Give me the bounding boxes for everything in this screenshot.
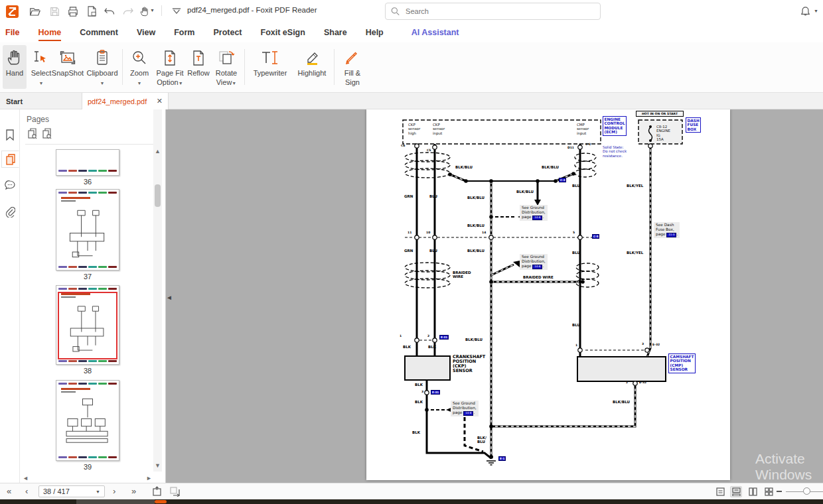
diagram-label: 1 (575, 344, 577, 347)
taskbar-app-indicator (155, 500, 167, 503)
page-thumbnail-37[interactable] (56, 189, 119, 271)
sidebar-collapse-handle[interactable]: ◄ (166, 292, 173, 304)
single-page-view-icon[interactable] (714, 486, 726, 497)
select-button[interactable]: Select▼ (29, 45, 54, 89)
windows-taskbar-sliver[interactable] (0, 499, 823, 504)
diagram-page-link-chip[interactable]: 14-8 (532, 216, 542, 220)
rotate-view-button[interactable]: RotateView▼ (212, 45, 241, 89)
redo-icon[interactable] (121, 5, 135, 18)
page-thumbnail-tool-icon-2[interactable] (42, 128, 54, 140)
previous-view-icon[interactable] (151, 486, 163, 499)
thumbnail-scrollbar-thumb[interactable] (155, 184, 161, 207)
diagram-label: BLU (572, 184, 580, 188)
zoom-out-button[interactable] (777, 491, 782, 492)
hscroll-right-icon[interactable]: ► (146, 475, 152, 481)
diagram-page-link-chip[interactable]: 14-8 (532, 265, 542, 269)
diagram-page-link-chip[interactable]: E-31 (431, 390, 440, 395)
page-number-field[interactable]: 38 / 417 ▼ (38, 485, 105, 497)
facing-view-icon[interactable] (747, 486, 759, 497)
menu-item-help[interactable]: Help (366, 28, 384, 37)
tab-start[interactable]: Start (0, 93, 82, 109)
continuous-view-icon[interactable] (730, 486, 742, 497)
bell-caret[interactable]: ▼ (814, 9, 818, 13)
diagram-page-link-chip[interactable]: E-31 (439, 335, 449, 340)
page-thumbnail-tool-icon[interactable] (28, 128, 40, 140)
menu-item-protect[interactable]: Protect (213, 28, 242, 37)
search-box[interactable] (385, 3, 601, 20)
hand-tool-quick-icon[interactable] (138, 5, 151, 18)
next-page-button[interactable]: › (113, 486, 115, 496)
thumbnail-scrollbar-track[interactable] (153, 109, 162, 472)
diagram-label: BLK/BLU (467, 196, 485, 200)
zoom-button[interactable]: Zoom▼ (127, 45, 152, 89)
undo-icon[interactable] (103, 5, 116, 18)
diagram-label: C8-12 ENGINE IG 15A (656, 125, 670, 141)
menu-item-comment[interactable]: Comment (80, 28, 118, 37)
reflow-button[interactable]: Reflow (184, 45, 213, 89)
hand-button[interactable]: Hand (3, 45, 27, 89)
ribbon-divider (334, 49, 335, 85)
print-current-page-icon[interactable] (85, 5, 98, 18)
next-view-icon[interactable] (169, 486, 181, 499)
menu-item-share[interactable]: Share (324, 28, 347, 37)
pages-panel-icon[interactable] (1, 151, 19, 168)
hand-tool-caret[interactable]: ▼ (150, 8, 155, 13)
previous-page-button[interactable]: ‹ (25, 486, 28, 496)
collapse-toolbar-icon[interactable] (170, 5, 183, 18)
page-thumbnail-number: 38 (56, 367, 119, 375)
diagram-label: DASH FUSE BOX (686, 117, 701, 133)
last-page-button[interactable]: » (131, 486, 136, 496)
fill-sign-button[interactable]: Fill &Sign (338, 45, 366, 89)
pdf-page[interactable]: CKP sensor highCKP sensor inputCMP senso… (366, 109, 730, 480)
search-input[interactable] (404, 7, 595, 16)
snapshot-button[interactable]: SnapShot (51, 45, 84, 89)
menu-item-view[interactable]: View (137, 28, 155, 37)
menu-item-ai-assistant[interactable]: AI Assistant (412, 28, 459, 37)
diagram-label: BLK (428, 345, 436, 349)
menu-item-form[interactable]: Form (174, 28, 194, 37)
diagram-page-link-chip[interactable]: C-3 (559, 178, 566, 182)
menu-item-foxit-esign[interactable]: Foxit eSign (261, 28, 305, 37)
page-thumbnail-38[interactable] (56, 285, 119, 365)
facing-continuous-view-icon[interactable] (763, 486, 775, 497)
scroll-down-icon[interactable]: ▼ (155, 462, 161, 469)
thumbnail-diagram-art (58, 202, 117, 265)
diagram-page-link-chip[interactable]: C-5 (592, 234, 599, 239)
diagram-label: BLK/BLU (467, 223, 485, 227)
tab-close-icon[interactable]: ✕ (157, 97, 163, 105)
save-icon[interactable] (48, 5, 61, 18)
diagram-label: CRANKSHAFT POSITION (CKP) SENSOR (453, 355, 485, 374)
zoom-slider-handle[interactable] (803, 487, 810, 495)
open-file-icon[interactable] (28, 5, 41, 18)
tab-document[interactable]: pdf24_merged.pdf ✕ (82, 93, 169, 109)
highlight-icon (304, 49, 320, 66)
diagram-label: BLK/BLU (465, 338, 483, 342)
typewriter-button[interactable]: Typewriter (249, 45, 291, 89)
clipboard-button[interactable]: Clipboard▼ (86, 45, 119, 89)
rotate-view-caret: ▼ (232, 81, 236, 86)
page-thumbnail-36[interactable] (56, 149, 119, 176)
first-page-button[interactable]: « (7, 486, 11, 496)
document-pane[interactable]: CKP sensor highCKP sensor inputCMP senso… (166, 109, 823, 483)
bookmarks-panel-icon[interactable] (2, 126, 18, 143)
page-thumbnail-39[interactable] (56, 380, 119, 461)
highlight-button[interactable]: Highlight (294, 45, 330, 89)
select-icon (34, 49, 48, 66)
activate-windows-watermark: Activate Windows Go to Settings to activ… (755, 451, 823, 483)
hscroll-left-icon[interactable]: ◄ (23, 475, 29, 481)
clipboard-label: Clipboard (86, 69, 117, 77)
diagram-page-link-chip[interactable]: 11-3 (666, 233, 676, 237)
print-icon[interactable] (66, 5, 80, 18)
diagram-label: 5 (573, 231, 575, 235)
attachments-panel-icon[interactable] (2, 204, 18, 221)
diagram-page-link-chip[interactable]: E-1 (498, 456, 506, 461)
page-number-caret[interactable]: ▼ (96, 489, 100, 494)
diagram-page-link-chip[interactable]: 14-8 (463, 411, 473, 416)
menu-item-home[interactable]: Home (38, 28, 62, 37)
diagram-label: 1 (400, 335, 402, 338)
scroll-up-icon[interactable]: ▲ (155, 148, 161, 155)
diagram-label: BLU (429, 249, 437, 253)
menu-item-file[interactable]: File (5, 28, 20, 37)
notification-bell-icon[interactable] (798, 5, 812, 18)
comments-panel-icon[interactable] (2, 176, 18, 194)
